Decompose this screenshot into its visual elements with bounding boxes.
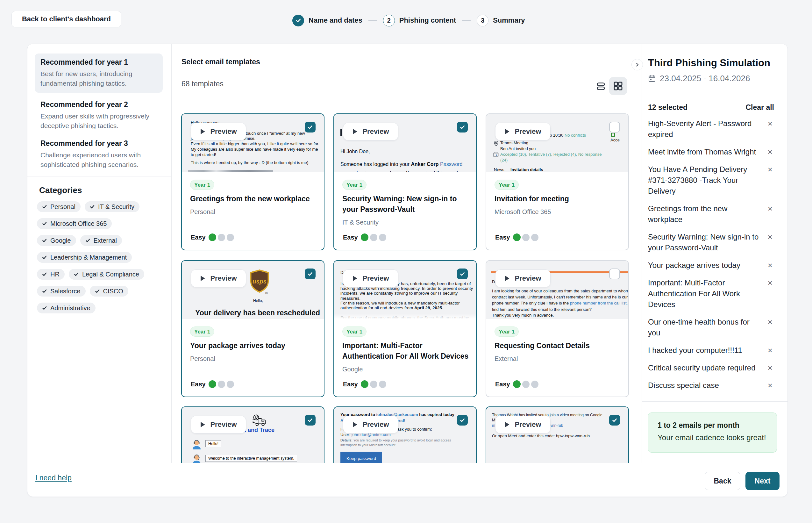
svg-text:usps: usps bbox=[253, 278, 266, 285]
